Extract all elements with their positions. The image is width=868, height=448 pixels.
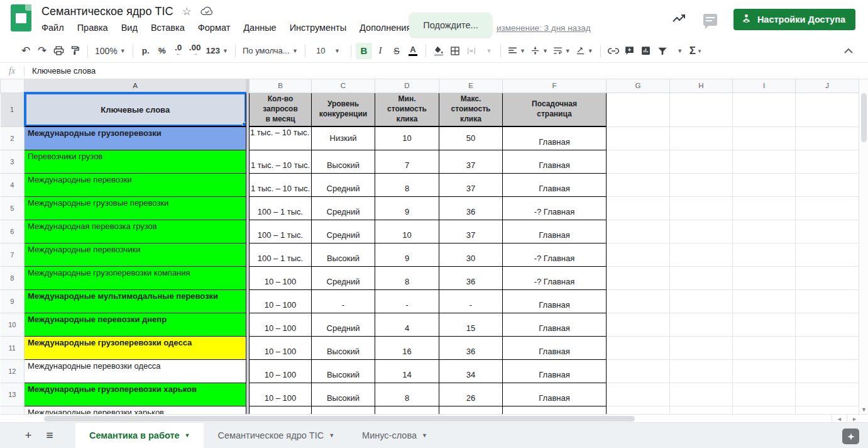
cell-H12[interactable] (670, 359, 733, 383)
menu-item[interactable]: Дополнения (360, 23, 411, 33)
sheet-tab[interactable]: Минус-слова▼ (348, 423, 441, 448)
row-header-2[interactable]: 2 (1, 126, 25, 150)
cell-J14[interactable] (796, 406, 859, 414)
cell-C4[interactable]: Средний (312, 173, 375, 196)
column-header-G[interactable]: G (607, 79, 670, 92)
cell-D14[interactable] (375, 406, 439, 414)
cell-A14[interactable]: Международные перевозки харьков (25, 406, 246, 414)
select-all-corner[interactable] (1, 79, 25, 92)
cell-B7[interactable]: 100 – 1 тыс. (250, 243, 312, 266)
filter-views-menu[interactable]: ▼ (671, 43, 687, 59)
menu-item[interactable]: Вид (121, 23, 138, 33)
italic-button[interactable]: I (372, 43, 388, 59)
formula-bar[interactable]: fx Ключевые слова (0, 63, 868, 79)
row-header-1[interactable]: 1 (1, 92, 25, 126)
insert-comment-button[interactable] (622, 43, 638, 59)
cell-I5[interactable] (733, 196, 796, 220)
insert-chart-button[interactable] (638, 43, 654, 59)
cell-I2[interactable] (733, 126, 796, 150)
cell-F6[interactable]: Главная (503, 220, 607, 243)
cell-I14[interactable] (733, 406, 796, 414)
merge-cells-menu[interactable]: ▼ (480, 43, 496, 59)
add-sheet-button[interactable]: + (18, 423, 39, 448)
text-color-button[interactable]: A (405, 43, 421, 59)
cell-B4[interactable]: 1 тыс. – 10 тыс. (250, 173, 312, 196)
column-header-C[interactable]: C (312, 79, 375, 92)
cell-E10[interactable]: 15 (439, 313, 503, 336)
cell-C1[interactable]: Уровень конкуренции (312, 92, 375, 126)
cell-J6[interactable] (796, 220, 859, 243)
cell-D6[interactable]: 10 (375, 220, 439, 243)
cell-I6[interactable] (733, 220, 796, 243)
comments-icon[interactable] (703, 14, 717, 26)
cell-H5[interactable] (670, 196, 733, 220)
vertical-align-button[interactable]: ▼ (528, 43, 551, 59)
cell-C5[interactable]: Средний (312, 196, 375, 220)
cell-J11[interactable] (796, 336, 859, 359)
cell-B13[interactable]: 10 – 100 (250, 383, 312, 406)
cell-C7[interactable]: Высокий (312, 243, 375, 266)
cell-B3[interactable]: 1 тыс. – 10 тыс. (250, 150, 312, 173)
cell-E14[interactable] (439, 406, 503, 414)
horizontal-align-button[interactable]: ▼ (505, 43, 528, 59)
cell-E8[interactable]: 36 (439, 266, 503, 289)
cell-D12[interactable]: 14 (375, 359, 439, 383)
merge-cells-button[interactable] (463, 43, 480, 59)
cell-A2[interactable]: Международные грузоперевозки (25, 126, 246, 150)
cell-I9[interactable] (733, 289, 796, 313)
cell-F7[interactable]: -? Главная (503, 243, 607, 266)
cell-J8[interactable] (796, 266, 859, 289)
cell-F8[interactable]: -? Главная (503, 266, 607, 289)
cell-A13[interactable]: Международные грузоперевозки харьков (25, 383, 246, 406)
cell-F11[interactable]: Главная (503, 336, 607, 359)
row-header-13[interactable]: 13 (1, 383, 25, 406)
cell-D1[interactable]: Мин. стоимость клика (375, 92, 439, 126)
number-format-menu[interactable]: 123▼ (204, 43, 231, 59)
cell-E7[interactable]: 30 (439, 243, 503, 266)
cell-I11[interactable] (733, 336, 796, 359)
cell-I7[interactable] (733, 243, 796, 266)
menu-item[interactable]: Данные (243, 23, 276, 33)
cell-G6[interactable] (607, 220, 670, 243)
increase-decimal-button[interactable]: .00→ (187, 43, 204, 59)
last-edit-link[interactable]: изменение: 3 дня назад (497, 23, 591, 33)
cell-G2[interactable] (607, 126, 670, 150)
cell-G4[interactable] (607, 173, 670, 196)
format-currency-button[interactable]: р. (138, 43, 154, 59)
cell-I8[interactable] (733, 266, 796, 289)
cell-E6[interactable]: 37 (439, 220, 503, 243)
chevron-down-icon[interactable]: ▼ (185, 432, 190, 439)
sheet-tab[interactable]: Семантическое ядро ТІС▼ (204, 423, 348, 448)
cell-A5[interactable]: Международные грузовые перевозки (25, 196, 246, 220)
cell-D10[interactable]: 4 (375, 313, 439, 336)
chevron-down-icon[interactable]: ▼ (422, 432, 427, 439)
cell-H3[interactable] (670, 150, 733, 173)
row-header-6[interactable]: 6 (1, 220, 25, 243)
all-sheets-menu-button[interactable]: ≡ (39, 423, 60, 448)
cell-A8[interactable]: Международные грузоперевозки компания (25, 266, 246, 289)
cell-J3[interactable] (796, 150, 859, 173)
column-header-E[interactable]: E (439, 79, 503, 92)
cell-D5[interactable]: 9 (375, 196, 439, 220)
cell-E4[interactable]: 37 (439, 173, 503, 196)
cell-F1[interactable]: Посадочная страница (503, 92, 607, 126)
cell-A4[interactable]: Международные перевозки (25, 173, 246, 196)
menu-item[interactable]: Вставка (151, 23, 185, 33)
cell-J4[interactable] (796, 173, 859, 196)
column-header-F[interactable]: F (503, 79, 607, 92)
insert-link-button[interactable] (605, 43, 622, 59)
row-header-3[interactable]: 3 (1, 150, 25, 173)
cell-H7[interactable] (670, 243, 733, 266)
cell-C14[interactable] (312, 406, 375, 414)
cell-J13[interactable] (796, 383, 859, 406)
row-header-8[interactable]: 8 (1, 266, 25, 289)
bold-button[interactable]: B (356, 43, 372, 59)
cell-C3[interactable]: Высокий (312, 150, 375, 173)
cell-E3[interactable]: 37 (439, 150, 503, 173)
cell-C2[interactable]: Низкий (312, 126, 375, 150)
row-header-7[interactable]: 7 (1, 243, 25, 266)
undo-button[interactable]: ↶ (18, 43, 34, 59)
fill-color-button[interactable] (431, 43, 447, 59)
cell-D11[interactable]: 16 (375, 336, 439, 359)
cell-B14[interactable] (250, 406, 312, 414)
